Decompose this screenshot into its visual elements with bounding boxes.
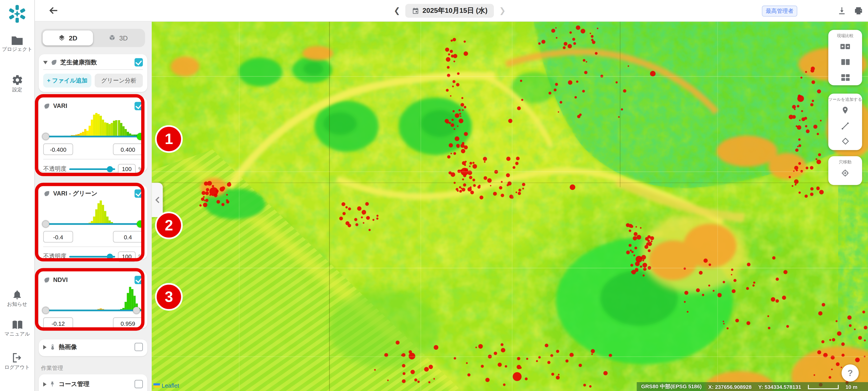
range-max-input[interactable]: 0.4 <box>113 231 143 243</box>
four-pane-icon <box>840 73 850 81</box>
print-button[interactable] <box>854 6 863 16</box>
add-tools-card: ツールを追加する <box>828 93 862 150</box>
help-button[interactable]: ? <box>842 364 859 382</box>
opacity-slider[interactable] <box>69 168 115 170</box>
add-line-button[interactable] <box>828 118 862 133</box>
two-pane-compare-button[interactable] <box>828 54 862 70</box>
book-icon <box>11 320 23 330</box>
gear-icon <box>11 74 23 86</box>
layer-checkbox[interactable] <box>134 276 143 284</box>
back-button[interactable] <box>48 4 60 17</box>
target-crosshair-icon <box>840 168 850 178</box>
download-button[interactable] <box>837 6 847 16</box>
layer-checkbox[interactable] <box>134 343 143 351</box>
opacity-label: 不透明度 <box>43 252 66 260</box>
green-analysis-button[interactable]: グリーン分析 <box>95 73 143 87</box>
next-date-button[interactable]: ❯ <box>499 6 506 15</box>
range-handle-max[interactable] <box>137 133 144 140</box>
opacity-handle[interactable] <box>107 166 113 172</box>
range-min-input[interactable]: -0.400 <box>43 143 73 155</box>
layer-card-ndvi: NDVI -0.12 0.959 <box>39 271 147 328</box>
sidebar-item-label: マニュアル <box>0 330 34 337</box>
annotation-number-3: 3 <box>155 283 183 311</box>
scale-bar <box>808 384 839 389</box>
layer-card-thermal: 熱画像 <box>39 339 147 356</box>
layer-checkbox[interactable] <box>134 101 143 110</box>
add-polygon-button[interactable] <box>828 133 862 149</box>
ukraine-flag-icon <box>153 383 160 388</box>
range-max-input[interactable]: 0.400 <box>113 143 143 155</box>
range-slider[interactable] <box>43 136 143 137</box>
swipe-compare-button[interactable] <box>828 39 862 55</box>
sidebar-item-logout[interactable]: ログアウト <box>0 352 34 370</box>
range-slider[interactable] <box>43 223 143 225</box>
folder-icon <box>11 35 23 46</box>
sidebar-item-label: お知らせ <box>0 300 34 307</box>
expand-arrow-icon[interactable] <box>43 345 46 349</box>
date-picker[interactable]: 2025年10月15日 (水) <box>405 4 494 18</box>
two-pane-icon <box>840 58 850 66</box>
cube-3d-icon <box>109 34 116 41</box>
expand-arrow-icon[interactable] <box>43 382 46 386</box>
add-file-button[interactable]: + ファイル追加 <box>43 73 91 87</box>
layer-card-vari: VARI -0.400 0.400 不透明度 100 % <box>39 97 147 172</box>
thermometer-icon <box>49 343 56 351</box>
leaf-icon <box>43 190 50 197</box>
add-tools-title: ツールを追加する <box>828 93 862 102</box>
map-canvas[interactable] <box>152 21 868 391</box>
hole-move-button[interactable] <box>828 165 862 181</box>
range-handle-min[interactable] <box>42 133 49 140</box>
layer-card-course: コース管理 <box>39 374 147 391</box>
collapse-arrow-icon[interactable] <box>43 61 48 64</box>
range-min-input[interactable]: -0.4 <box>43 231 73 243</box>
sidebar-item-settings[interactable]: 設定 <box>0 74 34 93</box>
layer-name: 熱画像 <box>59 343 132 351</box>
tab-2d-label: 2D <box>69 34 77 42</box>
app-logo-icon[interactable] <box>8 4 26 23</box>
histogram-ndvi <box>43 286 143 315</box>
range-min-input[interactable]: -0.12 <box>43 318 73 329</box>
layer-group-checkbox[interactable] <box>134 58 143 66</box>
layers-panel: 2D 3D 芝生健康指数 + ファイル追加 グリーン分析 <box>34 21 152 391</box>
role-badge: 最高管理者 <box>762 5 797 17</box>
layer-checkbox[interactable] <box>134 380 143 388</box>
opacity-label: 不透明度 <box>43 165 66 173</box>
tab-2d[interactable]: 2D <box>42 30 93 46</box>
range-handle-max[interactable] <box>137 220 144 228</box>
site-compare-title: 現場比較 <box>828 30 862 39</box>
coordinate-y: Y: 534334.578131 <box>758 384 801 390</box>
sidebar-item-label: ログアウト <box>0 363 34 370</box>
opacity-value-input[interactable]: 100 <box>118 164 136 174</box>
sidebar-item-project[interactable]: プロジェクト <box>0 35 34 53</box>
date-navigator: ❮ 2025年10月15日 (水) ❯ <box>393 3 506 18</box>
hole-move-title: 穴移動 <box>828 156 862 165</box>
opacity-handle[interactable] <box>107 253 113 260</box>
sidebar-item-notifications[interactable]: お知らせ <box>0 289 34 307</box>
logout-icon <box>12 352 23 363</box>
tab-3d[interactable]: 3D <box>93 30 144 46</box>
tab-3d-label: 3D <box>119 34 128 42</box>
four-pane-compare-button[interactable] <box>828 70 862 85</box>
line-tool-icon <box>841 122 849 130</box>
annotation-number-2: 2 <box>155 211 183 239</box>
opacity-unit: % <box>138 166 143 172</box>
map-status-bar: GRS80 中部(EPSG 5186) X: 237656.908928 Y: … <box>637 382 868 391</box>
prev-date-button[interactable]: ❮ <box>393 6 401 15</box>
sidebar-item-manual[interactable]: マニュアル <box>0 320 34 337</box>
panel-collapse-button[interactable] <box>152 183 163 217</box>
range-handle-max[interactable] <box>133 307 140 314</box>
range-slider[interactable] <box>43 309 143 311</box>
range-handle-min[interactable] <box>42 307 49 314</box>
range-handle-min[interactable] <box>42 220 49 228</box>
map-attribution[interactable]: Leaflet <box>153 382 179 389</box>
layer-checkbox[interactable] <box>134 189 143 198</box>
crs-label: GRS80 中部(EPSG 5186) <box>641 383 702 390</box>
sidebar-item-label: プロジェクト <box>0 46 34 53</box>
opacity-slider[interactable] <box>69 256 115 257</box>
leaf-icon <box>43 102 50 109</box>
range-max-input[interactable]: 0.959 <box>113 318 143 329</box>
opacity-value-input[interactable]: 100 <box>118 251 136 262</box>
scale-label: 10 m <box>845 384 858 390</box>
ndvi-heatmap <box>152 21 868 391</box>
add-marker-button[interactable] <box>828 102 862 118</box>
